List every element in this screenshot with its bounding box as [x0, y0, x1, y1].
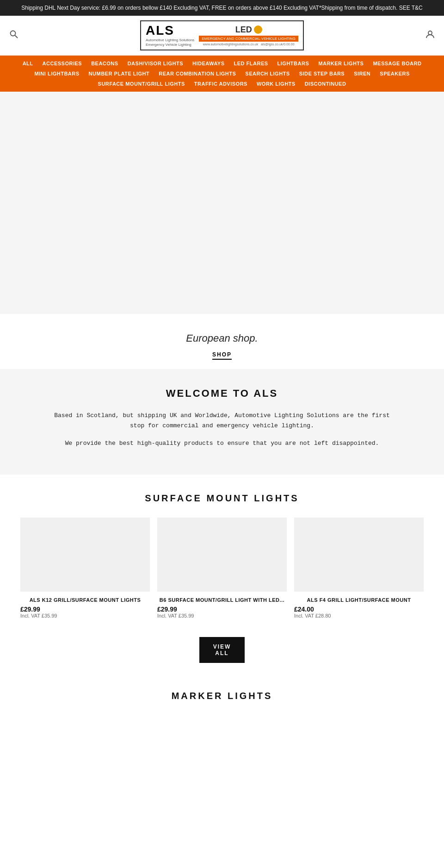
main-nav: ALLACCESSORIESBEACONSDASH/VISOR LIGHTSHI… — [0, 56, 444, 92]
nav-item-search-lights[interactable]: SEARCH LIGHTS — [240, 69, 294, 79]
site-logo[interactable]: ALS Automotive Lighting SolutionsEmergen… — [28, 20, 416, 50]
nav-row: ALLACCESSORIESBEACONSDASH/VISOR LIGHTSHI… — [0, 56, 444, 92]
svg-point-0 — [11, 31, 16, 36]
marker-lights-title: MARKER LIGHTS — [0, 672, 444, 711]
nav-item-all[interactable]: ALL — [18, 58, 38, 69]
product-vat-1: Incl. VAT £35.99 — [157, 613, 287, 618]
logo-led: LED — [235, 25, 252, 35]
nav-item-message-board[interactable]: MESSAGE BOARD — [368, 58, 426, 69]
logo-subtext: Automotive Lighting SolutionsEmergency V… — [146, 38, 194, 48]
surface-mount-grid: ALS K12 GRILL/SURFACE MOUNT LIGHTS£29.99… — [0, 513, 444, 628]
logo-tagline: EMERGENCY AND COMMERCIAL VEHICLE LIGHTIN… — [199, 36, 298, 42]
product-card-0[interactable]: ALS K12 GRILL/SURFACE MOUNT LIGHTS£29.99… — [20, 518, 150, 618]
nav-item-rear-combination-lights[interactable]: REAR COMBINATION LIGHTS — [154, 69, 240, 79]
nav-item-number-plate-light[interactable]: NUMBER PLATE LIGHT — [84, 69, 154, 79]
product-card-2[interactable]: ALS F4 GRILL LIGHT/SURFACE MOUNT£24.00In… — [294, 518, 424, 618]
product-price-0: £29.99 — [20, 606, 150, 613]
header: ALS Automotive Lighting SolutionsEmergen… — [0, 16, 444, 56]
nav-item-dashvisor-lights[interactable]: DASH/VISOR LIGHTS — [123, 58, 188, 69]
nav-item-lightbars[interactable]: LIGHTBARS — [273, 58, 314, 69]
nav-item-siren[interactable]: SIREN — [349, 69, 375, 79]
surface-mount-section: SURFACE MOUNT LIGHTS ALS K12 GRILL/SURFA… — [0, 475, 444, 672]
european-title: European shop. — [9, 332, 435, 344]
european-section: European shop. SHOP — [0, 314, 444, 369]
product-vat-2: Incl. VAT £28.80 — [294, 613, 424, 618]
product-vat-0: Incl. VAT £35.99 — [20, 613, 150, 618]
nav-item-mini-lightbars[interactable]: MINI LIGHTBARS — [30, 69, 84, 79]
nav-item-traffic-advisors[interactable]: TRAFFIC ADVISORS — [190, 79, 252, 89]
nav-item-led-flares[interactable]: LED FLARES — [229, 58, 273, 69]
product-name-1: B6 SURFACE MOUNT/GRILL LIGHT WITH LED... — [157, 597, 287, 603]
svg-point-2 — [428, 31, 432, 35]
product-price-1: £29.99 — [157, 606, 287, 613]
product-image-1 — [157, 518, 287, 592]
nav-item-discontinued[interactable]: DISCONTINUED — [300, 79, 351, 89]
marker-lights-section: MARKER LIGHTS — [0, 672, 444, 729]
nav-item-speakers[interactable]: SPEAKERS — [375, 69, 414, 79]
nav-item-beacons[interactable]: BEACONS — [86, 58, 123, 69]
logo-als-text: ALS — [146, 23, 194, 38]
led-circle-icon — [254, 25, 262, 34]
product-card-1[interactable]: B6 SURFACE MOUNT/GRILL LIGHT WITH LED...… — [157, 518, 287, 618]
product-name-2: ALS F4 GRILL LIGHT/SURFACE MOUNT — [294, 597, 424, 603]
logo-url: www.automotivelightingsolutions.co.uk al… — [203, 43, 295, 46]
hero-section — [0, 92, 444, 314]
view-all-button[interactable]: VIEWALL — [199, 637, 245, 663]
product-image-2 — [294, 518, 424, 592]
nav-item-accessories[interactable]: ACCESSORIES — [38, 58, 87, 69]
banner-text: Shipping DHL Next Day service: £6.99 on … — [21, 5, 423, 11]
surface-mount-title: SURFACE MOUNT LIGHTS — [0, 475, 444, 513]
top-banner: Shipping DHL Next Day service: £6.99 on … — [0, 0, 444, 16]
user-icon[interactable] — [416, 30, 435, 41]
welcome-paragraph-1: Based in Scotland, but shipping UK and W… — [46, 411, 398, 431]
nav-item-surface-mountgrill-lights[interactable]: SURFACE MOUNT/GRILL LIGHTS — [93, 79, 190, 89]
view-all-container: VIEWALL — [0, 628, 444, 672]
product-name-0: ALS K12 GRILL/SURFACE MOUNT LIGHTS — [20, 597, 150, 603]
shop-link[interactable]: SHOP — [212, 351, 232, 360]
welcome-section: WELCOME TO ALS Based in Scotland, but sh… — [0, 369, 444, 475]
nav-item-marker-lights[interactable]: MARKER LIGHTS — [314, 58, 368, 69]
svg-line-1 — [15, 35, 18, 38]
welcome-title: WELCOME TO ALS — [28, 387, 416, 400]
nav-item-work-lights[interactable]: WORK LIGHTS — [252, 79, 300, 89]
product-price-2: £24.00 — [294, 606, 424, 613]
search-icon[interactable] — [9, 30, 28, 41]
nav-item-side-step-bars[interactable]: SIDE STEP BARS — [295, 69, 350, 79]
nav-item-hideaways[interactable]: HIDEAWAYS — [188, 58, 229, 69]
welcome-paragraph-2: We provide the best high-quality product… — [46, 438, 398, 449]
product-image-0 — [20, 518, 150, 592]
